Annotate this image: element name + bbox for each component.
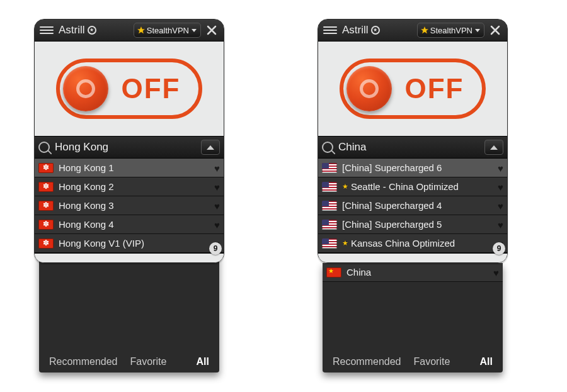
server-row[interactable]: Hong Kong 3♥ [35,196,224,215]
flag-icon [322,220,337,230]
server-name: Hong Kong V1 (VIP) [59,238,144,249]
flag-icon [326,267,341,277]
vpn-window: Astrill StealthVPN OFF [34,19,224,263]
toggle-knob-icon [63,66,108,111]
server-row[interactable]: Hong Kong 2♥ [35,177,224,196]
server-search-input[interactable] [337,140,481,154]
app-badge-icon [88,26,96,35]
favorite-star-icon: ★ [342,182,348,191]
app-title-text: Astrill [59,24,85,36]
server-row[interactable]: [China] Supercharged 5♥ [318,215,507,234]
flag-icon [322,238,337,249]
count-badge: 9 [209,242,222,255]
favorite-heart-icon[interactable]: ♥ [498,181,503,192]
flag-icon [322,163,337,173]
server-row[interactable]: China♥ [323,263,503,282]
server-row[interactable]: ★Seattle - China Optimized♥ [318,177,507,196]
server-list: [China] Supercharged 6♥★Seattle - China … [318,159,507,253]
server-name: Kansas China Optimized [351,238,455,249]
window-bottom-edge: 9 [35,253,224,262]
close-icon[interactable] [203,22,220,38]
server-list: Hong Kong 1♥Hong Kong 2♥Hong Kong 3♥Hong… [35,159,224,253]
toggle-knob-icon [346,66,392,111]
filter-tabs: Recommended Favorite All [39,349,219,372]
tab-recommended[interactable]: Recommended [326,354,408,370]
tab-favorite[interactable]: Favorite [408,354,457,370]
chevron-down-icon [475,29,480,32]
server-row[interactable]: [China] Supercharged 6♥ [318,159,507,177]
title-bar: Astrill StealthVPN [35,20,224,42]
flag-icon [38,220,54,230]
favorite-heart-icon[interactable]: ♥ [498,200,503,211]
tab-all[interactable]: All [190,354,215,370]
chevron-up-icon [490,145,498,150]
tab-favorite[interactable]: Favorite [124,354,173,370]
svg-marker-1 [421,26,428,33]
chevron-up-icon [207,145,214,150]
app-title-text: Astrill [342,24,369,36]
title-bar: Astrill StealthVPN [318,20,507,42]
server-search-row [35,136,224,159]
connection-toggle-area: OFF [318,42,507,136]
connection-toggle[interactable]: OFF [340,59,486,119]
favorite-star-icon: ★ [342,239,348,247]
favorite-heart-icon[interactable]: ♥ [214,200,220,211]
flag-icon [38,182,54,192]
svg-marker-0 [137,26,145,33]
server-row[interactable]: [China] Supercharged 4♥ [318,196,507,215]
server-name: [China] Supercharged 4 [342,200,442,211]
toggle-state-label: OFF [392,73,482,104]
server-row[interactable]: ★Kansas China Optimized♥ [318,234,507,253]
server-row[interactable]: Hong Kong 1♥ [35,159,224,177]
count-badge: 9 [493,242,505,255]
connection-toggle-area: OFF [35,42,224,136]
collapse-list-button[interactable] [484,140,503,155]
search-icon [322,142,333,153]
flag-icon [38,163,54,173]
flag-icon [322,182,337,192]
server-row[interactable]: Hong Kong V1 (VIP)♥ [35,234,224,253]
protocol-label: StealthVPN [430,26,472,35]
protocol-selector[interactable]: StealthVPN [417,23,484,38]
server-name: Hong Kong 2 [59,181,114,192]
favorite-heart-icon[interactable]: ♥ [214,162,220,173]
search-icon [38,142,50,153]
server-name: Seattle - China Optimized [351,181,459,192]
favorite-heart-icon[interactable]: ♥ [214,181,220,192]
tab-all[interactable]: All [474,354,499,370]
menu-icon[interactable] [322,21,338,40]
flag-icon [38,238,54,249]
server-name: [China] Supercharged 6 [342,162,442,173]
chevron-down-icon [192,29,197,32]
flag-icon [38,201,54,211]
star-icon [137,26,146,35]
connection-toggle[interactable]: OFF [56,59,202,119]
server-name: [China] Supercharged 5 [342,219,442,230]
window-bottom-edge: 9 [318,253,507,262]
favorite-heart-icon[interactable]: ♥ [498,162,503,173]
vpn-window: Astrill StealthVPN OFF [318,19,508,263]
favorite-heart-icon[interactable]: ♥ [493,267,499,277]
favorite-heart-icon[interactable]: ♥ [214,219,220,230]
server-filter-panel: China♥ Recommended Favorite All [323,263,503,372]
server-search-row [318,136,507,159]
app-title: Astrill [341,24,381,36]
toggle-state-label: OFF [108,73,198,104]
server-name: Hong Kong 4 [59,219,114,230]
server-filter-panel: Recommended Favorite All [39,253,219,372]
protocol-label: StealthVPN [147,26,189,35]
server-name: China [346,267,371,277]
app-badge-icon [371,26,380,35]
tab-recommended[interactable]: Recommended [43,354,124,370]
filter-tabs: Recommended Favorite All [323,349,503,372]
server-name: Hong Kong 3 [59,200,114,211]
protocol-selector[interactable]: StealthVPN [134,23,201,38]
favorite-heart-icon[interactable]: ♥ [498,219,503,230]
server-row[interactable]: Hong Kong 4♥ [35,215,224,234]
menu-icon[interactable] [38,21,55,40]
server-search-input[interactable] [54,140,197,154]
star-icon [420,26,429,35]
server-name: Hong Kong 1 [59,162,114,173]
close-icon[interactable] [487,22,503,38]
collapse-list-button[interactable] [201,140,220,155]
